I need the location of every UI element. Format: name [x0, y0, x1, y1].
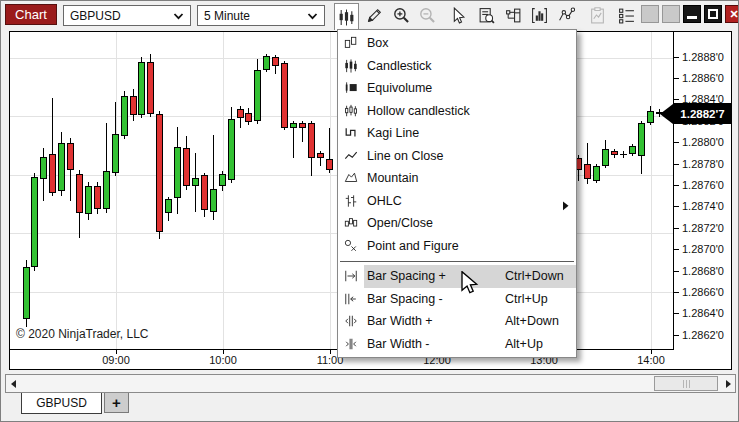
- bar-spacing-minus-icon: [344, 292, 358, 306]
- equivolume-icon: [344, 81, 358, 95]
- chart-style-menu: BoxCandlestickEquivolumeHollow candlesti…: [337, 29, 577, 358]
- price-tick: [674, 206, 679, 207]
- scroll-left-button[interactable]: [6, 375, 20, 392]
- price-axis-label: 1.2866'0: [682, 286, 731, 298]
- zoom-in-button[interactable]: [389, 3, 414, 28]
- menu-item-point-and-figure[interactable]: Point and Figure: [338, 235, 576, 258]
- up-candle: [192, 178, 199, 187]
- drawing-tools-button[interactable]: [362, 3, 387, 28]
- up-candle: [103, 171, 110, 208]
- open-close-icon: [344, 216, 358, 230]
- menu-item-ohlc[interactable]: OHLC: [338, 190, 576, 213]
- properties-button[interactable]: [614, 3, 639, 28]
- menu-item-label: Line on Close: [364, 149, 443, 163]
- down-candle: [201, 175, 208, 210]
- price-axis-label: 1.2872'0: [682, 222, 731, 234]
- chart-h-scrollbar[interactable]: [5, 374, 736, 393]
- price-axis-label: 1.2874'0: [682, 200, 731, 212]
- drawing-line-button[interactable]: [554, 3, 579, 28]
- window-title: Chart: [5, 4, 57, 25]
- minimize-icon: [687, 16, 697, 19]
- menu-item-open-close[interactable]: Open/Close: [338, 212, 576, 235]
- menu-item-label: Mountain: [364, 171, 418, 185]
- up-candle: [219, 174, 226, 187]
- zoom-out-button[interactable]: [415, 3, 440, 28]
- chart-trader-button[interactable]: [501, 3, 526, 28]
- tab-gbpusd[interactable]: GBPUSD: [21, 393, 102, 414]
- v-gridline: [116, 32, 117, 349]
- strategies-button[interactable]: [585, 3, 610, 28]
- interval-value: 5 Minute: [204, 9, 250, 23]
- price-axis-label: 1.2868'0: [682, 265, 731, 277]
- up-candle: [602, 149, 609, 166]
- down-candle: [308, 123, 315, 157]
- menu-item-bar-spacing[interactable]: Bar Spacing +Ctrl+Down: [338, 265, 576, 288]
- menu-item-label: Hollow candlestick: [364, 104, 470, 118]
- point-and-figure-icon: [344, 239, 358, 253]
- price-tick: [674, 99, 679, 100]
- menu-item-bar-spacing[interactable]: Bar Spacing -Ctrl+Up: [338, 288, 576, 311]
- copyright-text: © 2020 NinjaTrader, LLC: [16, 327, 148, 341]
- price-tick: [674, 164, 679, 165]
- price-tick: [674, 57, 679, 58]
- up-candle: [254, 70, 261, 121]
- down-candle: [299, 123, 306, 127]
- down-candle: [611, 151, 618, 155]
- close-button[interactable]: ✕: [725, 5, 739, 23]
- add-tab-button[interactable]: +: [104, 393, 129, 413]
- chart-trader-icon: [505, 7, 522, 24]
- interval-selector[interactable]: 5 Minute: [197, 5, 325, 26]
- down-candle: [584, 164, 591, 179]
- up-candle: [629, 146, 636, 155]
- cursor-button[interactable]: [445, 3, 470, 28]
- v-gridline: [651, 32, 652, 349]
- maximize-button[interactable]: [704, 5, 722, 23]
- mouse-cursor: [460, 271, 480, 295]
- bar-width-plus-icon: [344, 314, 358, 328]
- menu-item-mountain[interactable]: Mountain: [338, 167, 576, 190]
- down-candle: [326, 159, 333, 171]
- down-candle: [67, 143, 74, 171]
- up-candle: [228, 119, 235, 180]
- price-tick: [674, 249, 679, 250]
- window-button-blank-2[interactable]: [662, 5, 680, 23]
- menu-item-box[interactable]: Box: [338, 32, 576, 55]
- scroll-right-arrow-icon: [726, 380, 731, 388]
- down-candle: [272, 57, 279, 66]
- indicators-button[interactable]: [527, 3, 552, 28]
- menu-item-shortcut: Ctrl+Down: [505, 269, 564, 283]
- down-candle: [76, 174, 83, 214]
- menu-item-hollow-candlestick[interactable]: Hollow candlestick: [338, 100, 576, 123]
- up-candle: [112, 134, 119, 173]
- menu-item-candlestick[interactable]: Candlestick: [338, 55, 576, 78]
- minimize-button[interactable]: [683, 5, 701, 23]
- price-axis-line: [673, 32, 674, 349]
- maximize-icon: [708, 9, 718, 19]
- scrollbar-thumb[interactable]: [654, 376, 718, 391]
- menu-item-equivolume[interactable]: Equivolume: [338, 77, 576, 100]
- menu-item-label: Bar Spacing +: [364, 269, 446, 283]
- zoom-in-icon: [393, 7, 410, 24]
- price-axis-label: 1.2870'0: [682, 243, 731, 255]
- chart-style-button[interactable]: [334, 3, 359, 30]
- menu-item-line-on-close[interactable]: Line on Close: [338, 145, 576, 168]
- up-candle: [138, 62, 145, 114]
- menu-item-bar-width[interactable]: Bar Width +Alt+Down: [338, 310, 576, 333]
- menu-item-label: Point and Figure: [364, 239, 459, 253]
- properties-icon: [618, 7, 635, 24]
- data-box-button[interactable]: [474, 3, 499, 28]
- price-axis-label: 1.2880'0: [682, 136, 731, 148]
- up-candle: [290, 123, 297, 127]
- menu-item-kagi-line[interactable]: Kagi Line: [338, 122, 576, 145]
- price-tag-pointer: [660, 104, 673, 124]
- window-button-blank-1[interactable]: [641, 5, 659, 23]
- drawing-line-icon: [558, 7, 575, 24]
- scroll-right-button[interactable]: [721, 375, 735, 392]
- menu-item-bar-width[interactable]: Bar Width -Alt+Up: [338, 333, 576, 356]
- price-tick: [674, 292, 679, 293]
- price-tick: [674, 142, 679, 143]
- price-axis-label: 1.2886'0: [682, 72, 731, 84]
- bar-spacing-plus-icon: [344, 269, 358, 283]
- instrument-selector[interactable]: GBPUSD: [63, 5, 191, 26]
- down-candle: [245, 113, 252, 123]
